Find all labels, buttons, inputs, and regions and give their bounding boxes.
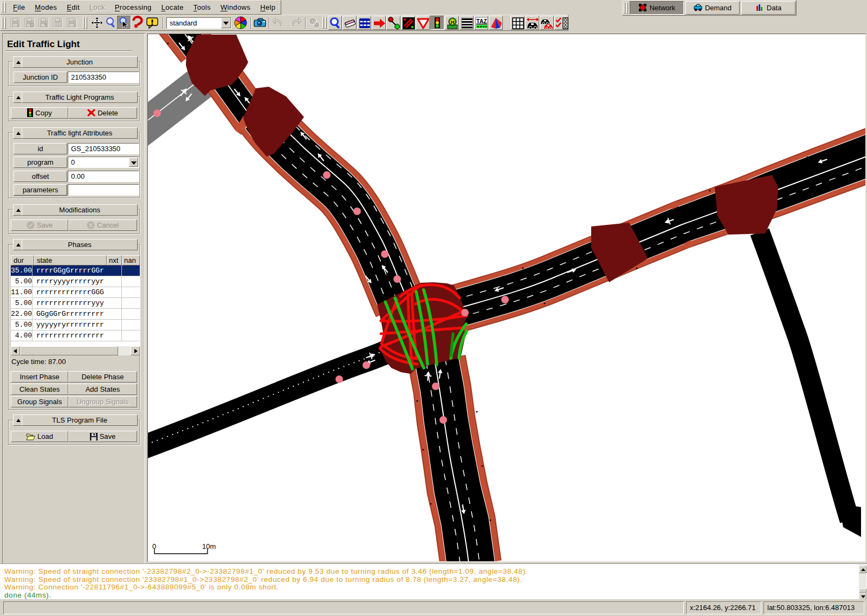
svg-text:H: H bbox=[451, 20, 455, 25]
svg-text:TAZ: TAZ bbox=[476, 18, 487, 24]
svg-text:0: 0 bbox=[152, 542, 156, 550]
svg-text:10m: 10m bbox=[202, 542, 216, 550]
